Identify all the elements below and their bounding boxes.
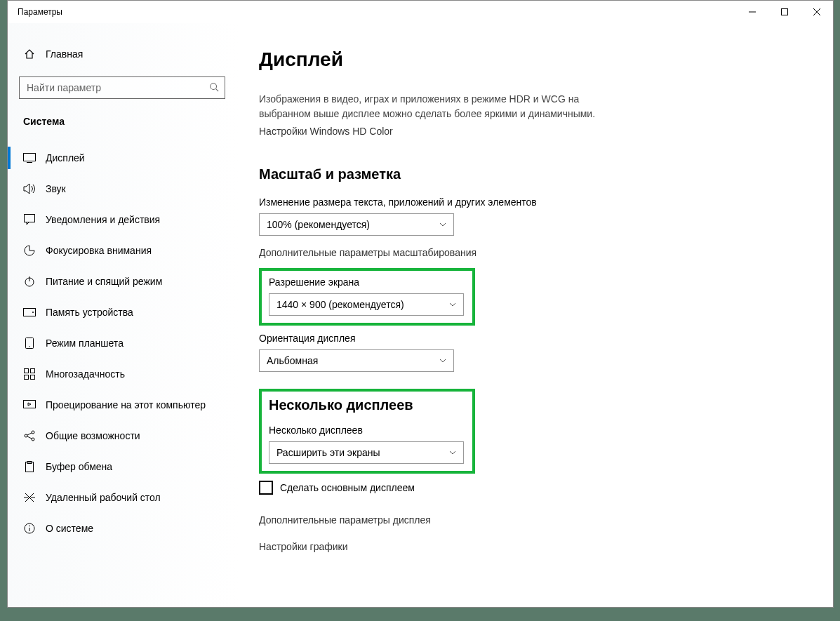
svg-rect-17 bbox=[25, 375, 29, 380]
nav-item-remote[interactable]: Удаленный рабочий стол bbox=[8, 482, 239, 513]
nav-item-display[interactable]: Дисплей bbox=[8, 142, 239, 173]
scale-dropdown[interactable]: 100% (рекомендуется) bbox=[259, 213, 454, 236]
sound-icon bbox=[23, 182, 36, 195]
chevron-down-icon bbox=[449, 449, 456, 456]
chevron-down-icon bbox=[439, 357, 446, 364]
nav-label: Общие возможности bbox=[46, 430, 140, 441]
hdr-description: Изображения в видео, играх и приложениях… bbox=[259, 92, 624, 121]
nav-item-shared[interactable]: Общие возможности bbox=[8, 420, 239, 451]
close-icon bbox=[813, 8, 820, 15]
svg-line-5 bbox=[216, 88, 219, 91]
nav-label: Питание и спящий режим bbox=[46, 276, 162, 287]
maximize-icon bbox=[781, 8, 788, 15]
project-icon bbox=[23, 399, 36, 411]
nav-label: Дисплей bbox=[46, 152, 85, 163]
svg-point-14 bbox=[29, 346, 30, 347]
nav-list: Дисплей Звук Уведомления и действия Фоку… bbox=[8, 142, 239, 544]
nav-item-multitask[interactable]: Многозадачность bbox=[8, 359, 239, 389]
svg-rect-16 bbox=[31, 369, 35, 373]
notifications-icon bbox=[23, 213, 36, 226]
svg-point-21 bbox=[32, 431, 34, 434]
advanced-display-link[interactable]: Дополнительные параметры дисплея bbox=[259, 514, 805, 526]
multitask-icon bbox=[23, 368, 36, 380]
chevron-down-icon bbox=[439, 221, 446, 228]
minimize-icon bbox=[749, 8, 756, 15]
clipboard-icon bbox=[23, 460, 36, 473]
nav-label: Память устройства bbox=[46, 307, 133, 318]
nav-item-tablet[interactable]: Режим планшета bbox=[8, 328, 239, 359]
svg-rect-15 bbox=[25, 369, 29, 373]
nav-label: Уведомления и действия bbox=[46, 214, 160, 225]
svg-rect-1 bbox=[782, 9, 788, 15]
nav-label: Звук bbox=[46, 183, 66, 194]
svg-point-12 bbox=[32, 312, 34, 313]
settings-window: Параметры Главная Найти парамет bbox=[7, 0, 834, 608]
svg-rect-6 bbox=[24, 154, 36, 161]
make-main-checkbox[interactable]: Сделать основным дисплеем bbox=[259, 481, 805, 495]
focus-icon bbox=[23, 244, 36, 257]
window-controls bbox=[736, 1, 833, 23]
sidebar: Главная Найти параметр Система Дисплей bbox=[8, 23, 239, 607]
search-input[interactable]: Найти параметр bbox=[19, 76, 225, 99]
nav-label: Фокусировка внимания bbox=[46, 245, 152, 256]
nav-item-power[interactable]: Питание и спящий режим bbox=[8, 266, 239, 297]
nav-label: Режим планшета bbox=[46, 338, 124, 349]
nav-item-focus[interactable]: Фокусировка внимания bbox=[8, 235, 239, 266]
nav-label: Проецирование на этот компьютер bbox=[46, 399, 206, 410]
hdr-settings-link[interactable]: Настройки Windows HD Color bbox=[259, 126, 805, 137]
nav-label: Многозадачность bbox=[46, 368, 125, 380]
maximize-button[interactable] bbox=[768, 1, 801, 23]
nav-item-clipboard[interactable]: Буфер обмена bbox=[8, 451, 239, 482]
resolution-dropdown[interactable]: 1440 × 900 (рекомендуется) bbox=[269, 293, 464, 316]
scale-advanced-link[interactable]: Дополнительные параметры масштабирования bbox=[259, 247, 805, 258]
storage-icon bbox=[23, 306, 36, 319]
multi-heading: Несколько дисплеев bbox=[269, 397, 465, 413]
orientation-label: Ориентация дисплея bbox=[259, 333, 805, 344]
orientation-value: Альбомная bbox=[267, 355, 318, 366]
resolution-value: 1440 × 900 (рекомендуется) bbox=[276, 299, 404, 310]
main-content: Дисплей Изображения в видео, играх и при… bbox=[239, 23, 833, 607]
titlebar: Параметры bbox=[8, 1, 833, 23]
nav-label: Буфер обмена bbox=[46, 461, 112, 472]
svg-rect-19 bbox=[24, 401, 36, 408]
category-title: Система bbox=[8, 99, 239, 134]
svg-rect-18 bbox=[31, 375, 35, 380]
multi-value: Расширить эти экраны bbox=[276, 447, 380, 458]
power-icon bbox=[23, 275, 36, 288]
window-title: Параметры bbox=[18, 7, 62, 17]
page-title: Дисплей bbox=[259, 48, 805, 71]
search-icon bbox=[209, 82, 219, 94]
scale-label: Изменение размера текста, приложений и д… bbox=[259, 196, 805, 208]
nav-item-sound[interactable]: Звук bbox=[8, 173, 239, 204]
scale-value: 100% (рекомендуется) bbox=[267, 219, 370, 230]
orientation-dropdown[interactable]: Альбомная bbox=[259, 349, 454, 372]
checkbox-box bbox=[259, 481, 273, 495]
chevron-down-icon bbox=[449, 301, 456, 308]
minimize-button[interactable] bbox=[736, 1, 768, 23]
scale-heading: Масштаб и разметка bbox=[259, 166, 805, 182]
home-icon bbox=[23, 48, 36, 60]
multi-dropdown[interactable]: Расширить эти экраны bbox=[269, 441, 464, 464]
svg-point-33 bbox=[29, 526, 30, 527]
svg-point-4 bbox=[211, 83, 217, 89]
resolution-highlight: Разрешение экрана 1440 × 900 (рекомендуе… bbox=[259, 268, 475, 326]
multiple-displays-highlight: Несколько дисплеев Несколько дисплеев Ра… bbox=[259, 389, 475, 474]
graphics-settings-link[interactable]: Настройки графики bbox=[259, 541, 805, 552]
svg-line-24 bbox=[27, 436, 32, 439]
about-icon bbox=[23, 522, 36, 535]
nav-label: Удаленный рабочий стол bbox=[46, 492, 161, 503]
svg-rect-8 bbox=[25, 215, 35, 222]
nav-item-notifications[interactable]: Уведомления и действия bbox=[8, 204, 239, 235]
nav-item-about[interactable]: О системе bbox=[8, 513, 239, 544]
multi-label: Несколько дисплеев bbox=[269, 425, 465, 436]
nav-item-project[interactable]: Проецирование на этот компьютер bbox=[8, 389, 239, 420]
home-link[interactable]: Главная bbox=[8, 43, 239, 65]
tablet-icon bbox=[23, 337, 36, 349]
shared-icon bbox=[23, 429, 36, 442]
nav-item-storage[interactable]: Память устройства bbox=[8, 297, 239, 328]
svg-point-22 bbox=[32, 438, 34, 441]
nav-label: О системе bbox=[46, 523, 93, 534]
home-label: Главная bbox=[46, 48, 83, 60]
svg-point-20 bbox=[25, 434, 27, 437]
close-button[interactable] bbox=[801, 1, 833, 23]
